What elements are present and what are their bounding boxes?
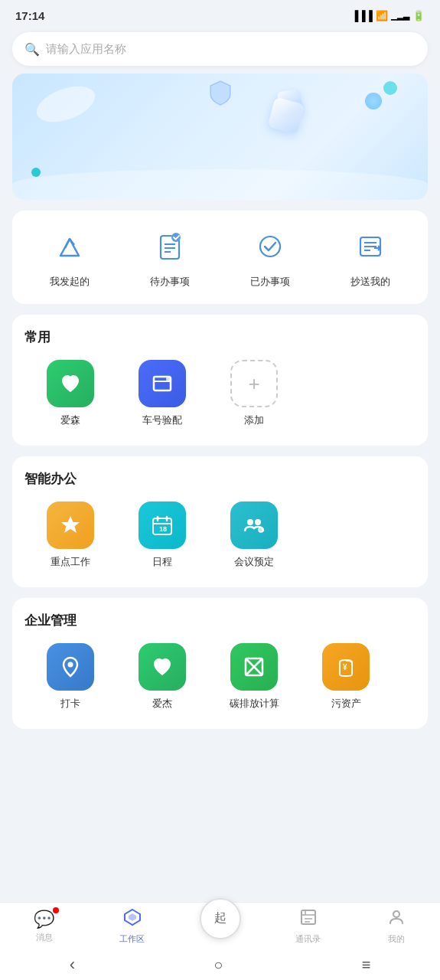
quick-action-done[interactable]: 已办事项: [220, 226, 321, 289]
carbon-icon: [230, 643, 278, 691]
svg-point-24: [255, 519, 261, 525]
nav-mine[interactable]: 我的: [352, 908, 440, 945]
quick-action-initiated[interactable]: 我发起的: [20, 226, 120, 289]
hero-wave: [12, 169, 428, 200]
center-button[interactable]: 起: [200, 898, 241, 939]
assets-icon: ¥: [322, 643, 370, 691]
pending-icon: [149, 226, 191, 267]
common-section: 常用 爱森 车号验配: [12, 315, 428, 446]
initiated-label: 我发起的: [50, 275, 90, 289]
quick-actions-card: 我发起的 待办事项: [12, 211, 428, 304]
smart-office-title: 智能办公: [24, 470, 416, 488]
nav-messages[interactable]: 💬 消息: [0, 910, 88, 943]
enterprise-title: 企业管理: [24, 612, 416, 629]
status-time: 17:14: [15, 9, 44, 22]
svg-line-1: [65, 239, 70, 248]
carbon-label: 碳排放计算: [230, 697, 279, 710]
hero-3d-shape: [259, 89, 313, 142]
done-icon: [249, 226, 291, 267]
system-bar: ‹ ○ ≡: [0, 949, 440, 980]
quick-actions: 我发起的 待办事项: [20, 226, 420, 289]
messages-label: 消息: [36, 932, 53, 943]
common-title: 常用: [24, 328, 416, 346]
enterprise-grid: 打卡 爱杰 碳排放计算: [24, 643, 416, 714]
svg-point-23: [247, 519, 253, 525]
app-item-checkin[interactable]: 打卡: [24, 643, 116, 710]
home-button[interactable]: ○: [198, 953, 238, 977]
messages-badge: [53, 907, 59, 913]
schedule-label: 日程: [152, 555, 172, 569]
pending-label: 待办事项: [150, 275, 190, 289]
svg-point-9: [260, 237, 280, 256]
keywork-label: 重点工作: [51, 555, 90, 569]
cc-label: 抄送我的: [350, 275, 390, 289]
schedule-icon: 18: [139, 501, 186, 549]
svg-point-39: [393, 911, 399, 917]
app-item-carbon[interactable]: 碳排放计算: [208, 643, 300, 710]
checkin-icon: [47, 643, 94, 691]
quick-action-cc[interactable]: 抄送我的: [320, 226, 420, 289]
search-icon: 🔍: [24, 42, 40, 57]
cc-icon: [350, 226, 391, 267]
contacts-icon: [299, 908, 318, 931]
svg-point-27: [68, 662, 73, 668]
hero-banner: [12, 74, 428, 200]
quick-action-pending[interactable]: 待办事项: [120, 226, 220, 289]
svg-text:¥: ¥: [343, 663, 347, 671]
aisen-label: 爱森: [60, 413, 80, 427]
hero-ball: [365, 93, 382, 109]
messages-icon: 💬: [34, 910, 54, 929]
checkin-label: 打卡: [60, 697, 80, 710]
done-label: 已办事项: [250, 275, 290, 289]
app-item-add[interactable]: + 添加: [208, 360, 300, 427]
common-app-grid: 爱森 车号验配 + 添加: [24, 360, 416, 430]
cellular-icon: ▁▂▃: [391, 11, 409, 21]
svg-marker-17: [61, 516, 80, 533]
status-icons: ▐▐▐ 📶 ▁▂▃ 🔋: [351, 10, 425, 21]
menu-button[interactable]: ≡: [347, 953, 386, 977]
battery-icon: 🔋: [412, 10, 425, 21]
search-bar-wrap: 🔍 请输入应用名称: [0, 28, 440, 74]
signal-icon: ▐▐▐: [351, 10, 373, 21]
search-bar[interactable]: 🔍 请输入应用名称: [12, 32, 428, 66]
enterprise-section: 企业管理 打卡 爱杰: [12, 598, 428, 729]
add-label: 添加: [244, 413, 264, 427]
nav-workspace[interactable]: 工作区: [88, 908, 176, 945]
status-bar: 17:14 ▐▐▐ 📶 ▁▂▃ 🔋: [0, 0, 440, 28]
app-item-aijie[interactable]: 爱杰: [116, 643, 208, 710]
app-item-aisen[interactable]: 爱森: [24, 360, 116, 427]
aijie-icon: [139, 643, 186, 691]
nav-center[interactable]: 起: [176, 913, 264, 939]
mine-icon: [387, 908, 406, 931]
carnumber-icon: [139, 360, 186, 407]
svg-point-25: [259, 528, 263, 532]
svg-point-16: [166, 377, 171, 381]
app-item-schedule[interactable]: 18 日程: [116, 501, 208, 569]
aisen-icon: [47, 360, 94, 407]
add-icon: +: [230, 360, 278, 407]
smart-office-grid: 重点工作 18 日程: [24, 501, 416, 572]
hero-teal-dot: [31, 168, 41, 177]
app-item-keywork[interactable]: 重点工作: [24, 501, 116, 569]
app-item-carnumber[interactable]: 车号验配: [116, 360, 208, 427]
app-item-meeting[interactable]: 会议预定: [208, 501, 300, 569]
app-item-assets[interactable]: ¥ 污资产: [300, 643, 392, 710]
wifi-icon: 📶: [376, 10, 388, 21]
svg-marker-33: [129, 913, 136, 921]
mine-label: 我的: [388, 933, 405, 945]
nav-contacts[interactable]: 通讯录: [264, 908, 352, 945]
carnumber-label: 车号验配: [142, 413, 182, 427]
initiated-icon: [49, 226, 90, 267]
svg-point-5: [171, 233, 181, 242]
assets-label: 污资产: [331, 697, 361, 710]
keywork-icon: [47, 501, 94, 549]
center-label: 起: [214, 910, 227, 926]
workspace-icon: [123, 908, 142, 931]
smart-office-section: 智能办公 重点工作 18: [12, 456, 428, 587]
svg-marker-0: [60, 239, 79, 256]
meeting-label: 会议预定: [234, 555, 274, 569]
aijie-label: 爱杰: [152, 697, 172, 710]
search-placeholder: 请输入应用名称: [46, 42, 126, 57]
back-button[interactable]: ‹: [54, 952, 90, 978]
svg-text:18: 18: [159, 525, 167, 533]
